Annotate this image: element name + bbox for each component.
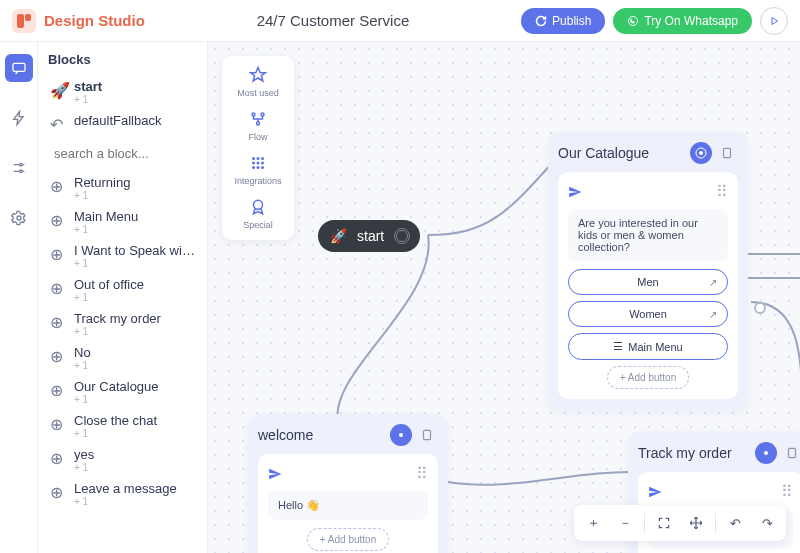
svg-point-13 — [252, 162, 255, 165]
add-button[interactable]: + Add button — [307, 528, 389, 551]
node-our-catalogue[interactable]: Our Catalogue ⠿ Are you interested in ou… — [548, 132, 748, 411]
option-women-button[interactable]: Women↗ — [568, 301, 728, 327]
whatsapp-icon[interactable] — [755, 442, 777, 464]
page-title: 24/7 Customer Service — [145, 12, 521, 29]
block-item[interactable]: ⊕ Track my order + 1 — [48, 307, 197, 341]
palette-special[interactable]: Special — [226, 198, 290, 230]
block-item[interactable]: ⊕ yes + 1 — [48, 443, 197, 477]
block-item[interactable]: ⊕ Main Menu + 1 — [48, 205, 197, 239]
send-icon — [268, 467, 282, 481]
undo-button[interactable]: ↶ — [720, 509, 750, 537]
block-item-default-fallback[interactable]: ↶ defaultFallback — [48, 109, 197, 138]
output-port[interactable] — [394, 228, 410, 244]
block-label: yes — [74, 447, 195, 462]
note-icon[interactable] — [416, 424, 438, 446]
block-label: Out of office — [74, 277, 195, 292]
search-row — [48, 146, 197, 161]
block-sub: + 1 — [74, 428, 195, 439]
block-icon: ⊕ — [50, 483, 66, 502]
add-button[interactable]: + Add button — [607, 366, 689, 389]
rail-chat-icon[interactable] — [5, 54, 33, 82]
note-icon[interactable] — [781, 442, 800, 464]
flow-icon — [249, 110, 267, 128]
message-text: Hello 👋 — [268, 491, 428, 520]
block-sub: + 1 — [74, 224, 195, 235]
block-label: defaultFallback — [74, 113, 195, 128]
block-item[interactable]: ⊕ Leave a message + 1 — [48, 477, 197, 511]
block-icon: ⊕ — [50, 415, 66, 434]
block-item[interactable]: ⊕ Close the chat + 1 — [48, 409, 197, 443]
separator — [644, 513, 645, 533]
svg-point-14 — [257, 162, 260, 165]
node-start[interactable]: 🚀 start — [318, 220, 420, 252]
undo-icon: ↶ — [50, 115, 66, 134]
block-label: Main Menu — [74, 209, 195, 224]
block-icon: ⊕ — [50, 279, 66, 298]
zoom-out-button[interactable]: － — [610, 509, 640, 537]
rail-sliders-icon[interactable] — [5, 154, 33, 182]
option-label: Men — [637, 276, 658, 288]
palette-flow[interactable]: Flow — [226, 110, 290, 142]
block-label: Close the chat — [74, 413, 195, 428]
preview-play-button[interactable] — [760, 7, 788, 35]
block-label: Returning — [74, 175, 195, 190]
option-main-menu-button[interactable]: ☰Main Menu — [568, 333, 728, 360]
block-sub: + 1 — [74, 258, 195, 269]
svg-point-4 — [19, 170, 22, 173]
svg-point-16 — [252, 166, 255, 169]
block-icon: ⊕ — [50, 245, 66, 264]
node-welcome[interactable]: welcome ⠿ Hello 👋 + Add button — [248, 414, 448, 553]
block-label: Track my order — [74, 311, 195, 326]
block-sub: + 1 — [74, 496, 195, 507]
svg-rect-24 — [424, 430, 431, 439]
redo-button[interactable]: ↷ — [752, 509, 782, 537]
publish-button[interactable]: Publish — [521, 8, 605, 34]
drag-handle-icon[interactable]: ⠿ — [416, 464, 428, 483]
block-item-start[interactable]: 🚀 start + 1 — [48, 75, 197, 109]
node-palette: Most used Flow Integrations Special — [222, 56, 294, 240]
drag-handle-icon[interactable]: ⠿ — [781, 482, 793, 501]
flow-canvas[interactable]: Most used Flow Integrations Special 🚀 st… — [208, 42, 800, 553]
drag-handle-icon[interactable]: ⠿ — [716, 182, 728, 201]
block-item[interactable]: ⊕ I Want to Speak with Y… + 1 — [48, 239, 197, 273]
pan-button[interactable] — [681, 509, 711, 537]
fit-button[interactable] — [649, 509, 679, 537]
block-label: start — [74, 79, 195, 94]
svg-rect-26 — [789, 448, 796, 457]
palette-label: Integrations — [234, 176, 281, 186]
block-item[interactable]: ⊕ Our Catalogue + 1 — [48, 375, 197, 409]
block-sub: + 1 — [74, 190, 195, 201]
whatsapp-icon[interactable] — [690, 142, 712, 164]
rail-bolt-icon[interactable] — [5, 104, 33, 132]
block-label: I Want to Speak with Y… — [74, 243, 195, 258]
blocks-sidebar: Blocks 🚀 start + 1 ↶ defaultFallback ⊕ R… — [38, 42, 208, 553]
output-port[interactable] — [754, 302, 766, 314]
block-sub: + 1 — [74, 462, 195, 473]
try-whatsapp-button[interactable]: Try On Whatsapp — [613, 8, 752, 34]
block-sub: + 1 — [74, 326, 195, 337]
search-input[interactable] — [54, 146, 208, 161]
svg-point-17 — [257, 166, 260, 169]
block-item[interactable]: ⊕ Out of office + 1 — [48, 273, 197, 307]
whatsapp-icon[interactable] — [390, 424, 412, 446]
play-icon — [768, 15, 780, 27]
note-icon[interactable] — [716, 142, 738, 164]
separator — [715, 513, 716, 533]
svg-point-10 — [252, 157, 255, 160]
block-sub: + 1 — [74, 292, 195, 303]
rail-settings-icon[interactable] — [5, 204, 33, 232]
star-icon — [249, 66, 267, 84]
option-men-button[interactable]: Men↗ — [568, 269, 728, 295]
node-title: Track my order — [638, 445, 732, 461]
svg-point-3 — [19, 163, 22, 166]
palette-most-used[interactable]: Most used — [226, 66, 290, 98]
node-title: welcome — [258, 427, 313, 443]
block-item[interactable]: ⊕ Returning + 1 — [48, 171, 197, 205]
start-label: start — [357, 228, 384, 244]
palette-integrations[interactable]: Integrations — [226, 154, 290, 186]
block-icon: ⊕ — [50, 381, 66, 400]
block-item[interactable]: ⊕ No + 1 — [48, 341, 197, 375]
send-icon — [568, 185, 582, 199]
zoom-in-button[interactable]: ＋ — [578, 509, 608, 537]
try-whatsapp-label: Try On Whatsapp — [644, 14, 738, 28]
